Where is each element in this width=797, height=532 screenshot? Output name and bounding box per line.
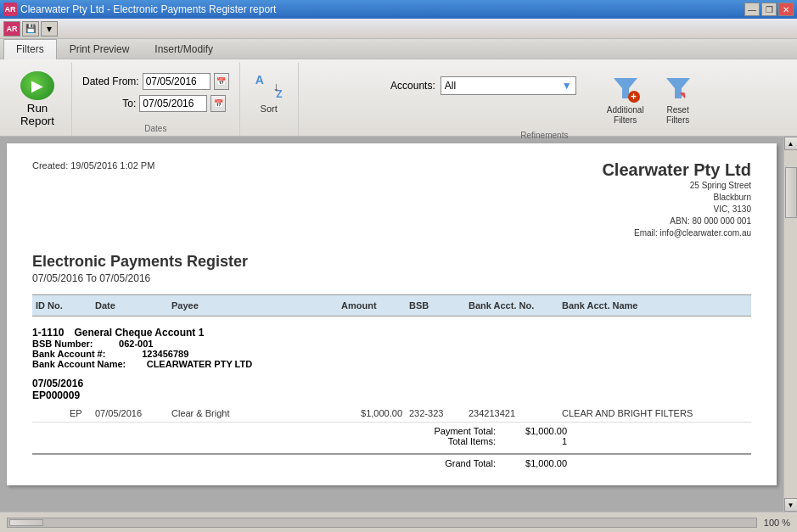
accounts-select[interactable]: All ▼ <box>441 76 576 95</box>
run-report-button[interactable]: ▶ RunReport <box>14 71 61 127</box>
save-quick-button[interactable]: 💾 <box>22 21 39 36</box>
report-daterange: 07/05/2016 To 07/05/2016 <box>32 272 751 284</box>
main-area: Created: 19/05/2016 1:02 PM Clearwater P… <box>0 137 797 512</box>
report-header: Created: 19/05/2016 1:02 PM Clearwater P… <box>32 160 751 239</box>
horizontal-scrollbar[interactable] <box>7 518 757 528</box>
vertical-scrollbar[interactable]: ▲ ▼ <box>783 137 797 512</box>
totals-section: Payment Total: $1,000.00 Total Items: 1 <box>32 426 751 446</box>
transaction-date: 07/05/2016 <box>32 378 751 389</box>
status-bar: 100 % <box>0 512 797 532</box>
minimize-button[interactable]: — <box>744 3 760 16</box>
dates-group: Dated From: 07/05/2016 📅 To: 07/05/2016 … <box>72 63 240 136</box>
report-table-header: ID No. Date Payee Amount BSB Bank Acct. … <box>32 294 751 316</box>
account-name: General Cheque Account 1 <box>74 327 204 339</box>
ribbon-content: ▶ RunReport Dated From: 07/05/2016 📅 <box>0 59 797 136</box>
sort-az-icon: A Z ↓ <box>254 71 284 102</box>
date-to-label: To: <box>122 98 136 109</box>
scroll-up-button[interactable]: ▲ <box>784 137 798 150</box>
svg-text:+: + <box>631 91 637 103</box>
accounts-label: Accounts: <box>390 80 435 92</box>
date-from-picker-button[interactable]: 📅 <box>214 73 229 90</box>
bsb-value: 062-001 <box>119 339 153 349</box>
restore-button[interactable]: ❐ <box>761 3 777 16</box>
content-scroll[interactable]: Created: 19/05/2016 1:02 PM Clearwater P… <box>0 137 783 512</box>
scroll-down-button[interactable]: ▼ <box>784 498 798 512</box>
td-empty <box>32 412 66 414</box>
report-title: Electronic Payments Register <box>32 253 751 271</box>
td-bank-acct-no: 234213421 <box>465 407 558 419</box>
undo-quick-button[interactable]: ▾ <box>41 21 58 36</box>
col-amount: Amount <box>338 299 406 312</box>
col-bsb: BSB <box>406 299 465 312</box>
tab-print-preview[interactable]: Print Preview <box>57 39 143 59</box>
td-amount: $1,000.00 <box>338 407 406 419</box>
title-bar-buttons: — ❐ ✕ <box>744 3 794 16</box>
accounts-row: Accounts: All ▼ <box>390 76 576 95</box>
account-name-label: Bank Account Name: <box>32 359 126 369</box>
grand-total-value: $1,000.00 <box>499 458 567 468</box>
quick-access-icon: AR <box>3 21 20 36</box>
title-bar-text: Clearwater Pty Ltd - Electronic Payments… <box>20 3 744 15</box>
account-number-row: Bank Account #: 123456789 <box>32 349 751 359</box>
td-bsb: 232-323 <box>406 407 465 419</box>
reset-filters-button[interactable]: ResetFilters <box>658 70 699 129</box>
app-icon: AR <box>3 3 17 16</box>
quick-access-toolbar: AR 💾 ▾ <box>0 19 797 39</box>
payment-total-value: $1,000.00 <box>499 426 567 436</box>
sort-label: Sort <box>261 104 278 114</box>
date-from-input[interactable]: 07/05/2016 <box>143 73 210 90</box>
company-info: Clearwater Pty Ltd 25 Spring Street Blac… <box>602 160 751 239</box>
run-report-label: RunReport <box>20 102 54 127</box>
transaction-date-block: 07/05/2016 EP000009 <box>32 378 751 401</box>
total-items-value: 1 <box>499 436 567 446</box>
grand-total-label: Grand Total: <box>397 458 499 468</box>
date-to-picker-button[interactable]: 📅 <box>210 95 226 112</box>
accounts-dropdown-icon: ▼ <box>562 80 572 92</box>
date-to-row: To: 07/05/2016 📅 <box>85 95 226 112</box>
account-block: 1-1110 General Cheque Account 1 BSB Numb… <box>32 327 751 468</box>
date-from-row: Dated From: 07/05/2016 📅 <box>82 73 229 90</box>
run-report-group: ▶ RunReport <box>7 63 72 136</box>
grand-total-section: Grand Total: $1,000.00 <box>32 453 751 468</box>
ribbon: Filters Print Preview Insert/Modify ▶ Ru… <box>0 39 797 137</box>
accounts-group: Accounts: All ▼ <box>390 70 576 95</box>
col-date: Date <box>92 299 168 312</box>
td-date: 07/05/2016 <box>92 407 168 419</box>
refinements-group: Accounts: All ▼ + <box>299 63 790 136</box>
tab-filters[interactable]: Filters <box>3 39 57 59</box>
scroll-thumb[interactable] <box>785 167 797 218</box>
bsb-label: BSB Number: <box>32 339 93 349</box>
col-bank-acct-no: Bank Acct. No. <box>465 299 558 312</box>
account-number-value: 123456789 <box>142 349 188 359</box>
td-bank-acct-name: CLEAR AND BRIGHT FILTERS <box>558 407 751 419</box>
ribbon-tabs: Filters Print Preview Insert/Modify <box>0 39 797 59</box>
close-button[interactable]: ✕ <box>778 3 794 16</box>
tab-insert-modify[interactable]: Insert/Modify <box>142 39 226 59</box>
total-items-label: Total Items: <box>397 436 499 446</box>
col-payee: Payee <box>168 299 338 312</box>
sort-group: A Z ↓ Sort Sort <box>240 63 299 136</box>
additional-filters-icon: + <box>610 73 641 104</box>
payment-total-label: Payment Total: <box>397 426 499 436</box>
run-report-icon: ▶ <box>20 71 54 100</box>
report-page: Created: 19/05/2016 1:02 PM Clearwater P… <box>7 143 777 485</box>
td-payee: Clear & Bright <box>168 407 338 419</box>
date-to-input[interactable]: 07/05/2016 <box>139 95 207 112</box>
additional-filters-button[interactable]: + AdditionalFilters <box>602 70 649 129</box>
td-type: EP <box>66 407 92 419</box>
account-number-label: Bank Account #: <box>32 349 105 359</box>
scroll-track[interactable] <box>784 150 798 498</box>
account-name-row: Bank Account Name: CLEARWATER PTY LTD <box>32 359 751 369</box>
account-id: 1-1110 <box>32 327 64 339</box>
account-name-value: CLEARWATER PTY LTD <box>147 359 252 369</box>
company-address: 25 Spring Street Blackburn VIC, 3130 ABN… <box>602 180 751 239</box>
dates-group-label: Dates <box>144 122 166 136</box>
account-header: 1-1110 General Cheque Account 1 BSB Numb… <box>32 327 751 369</box>
horizontal-scroll-thumb[interactable] <box>9 519 43 526</box>
sort-button[interactable]: A Z ↓ Sort <box>250 68 288 117</box>
report-created: Created: 19/05/2016 1:02 PM <box>32 160 154 171</box>
date-from-label: Dated From: <box>82 76 139 87</box>
zoom-label: 100 % <box>764 518 790 528</box>
accounts-value: All <box>445 80 456 92</box>
account-bsb-row: BSB Number: 062-001 <box>32 339 751 349</box>
